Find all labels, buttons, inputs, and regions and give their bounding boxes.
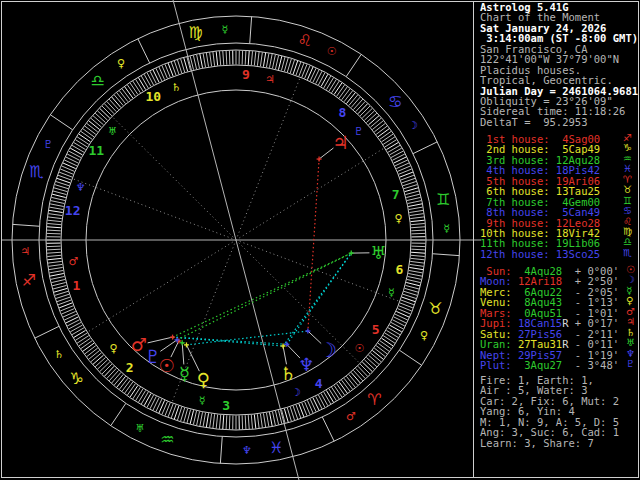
degree-tick	[272, 412, 275, 426]
degree-tick	[77, 336, 89, 344]
planet-pointer-line	[148, 337, 173, 343]
sign-boundary-line	[13, 224, 40, 226]
degree-tick	[130, 83, 138, 95]
degree-tick	[374, 123, 385, 132]
degree-tick	[51, 201, 65, 204]
degree-tick	[206, 53, 208, 67]
zodiac-sign-icon: ♈	[367, 390, 381, 409]
degree-tick	[368, 355, 379, 364]
house-ruler-icon: ☉	[354, 342, 364, 355]
degree-tick	[72, 145, 84, 152]
degree-tick	[53, 191, 67, 195]
degree-tick	[284, 58, 288, 71]
degree-tick	[184, 58, 188, 71]
degree-tick	[410, 214, 424, 216]
degree-tick	[216, 415, 217, 429]
degree-tick	[380, 131, 391, 139]
sign-boundary-line	[433, 254, 460, 256]
degree-tick	[406, 285, 420, 289]
degree-tick	[321, 74, 328, 86]
degree-tick	[117, 376, 126, 387]
sign-glyph-icon: ♌	[623, 217, 632, 227]
sign-ruler-icon: ♃	[20, 245, 30, 258]
degree-tick	[141, 76, 148, 88]
degree-tick	[200, 54, 203, 68]
degree-tick	[251, 51, 252, 65]
degree-tick	[147, 395, 154, 407]
degree-tick	[313, 70, 319, 83]
degree-tick	[219, 415, 220, 429]
degree-tick	[358, 366, 368, 376]
aspect-line	[186, 331, 307, 345]
planet-glyph-icon: ☽	[319, 338, 337, 362]
degree-tick	[112, 97, 121, 108]
degree-tick	[275, 55, 278, 69]
sign-ruler-icon: ☿	[222, 23, 229, 36]
degree-tick	[136, 79, 143, 91]
degree-tick	[353, 99, 362, 109]
degree-tick	[395, 314, 408, 320]
degree-tick	[66, 317, 79, 323]
degree-tick	[47, 255, 61, 256]
degree-tick	[386, 330, 398, 337]
degree-tick	[370, 118, 381, 127]
degree-tick	[107, 368, 117, 378]
degree-tick	[85, 126, 96, 134]
sign-boundary-line	[111, 403, 126, 425]
house-number: 12	[65, 203, 81, 218]
house-ruler-icon: ♇	[354, 125, 364, 138]
degree-tick	[360, 364, 370, 374]
degree-tick	[372, 350, 383, 359]
degree-tick	[48, 258, 62, 259]
degree-tick	[329, 389, 336, 401]
degree-tick	[394, 317, 407, 323]
aspect-line	[177, 253, 351, 340]
degree-tick	[122, 89, 130, 100]
sign-boundary-line	[399, 350, 421, 365]
degree-tick	[339, 382, 347, 393]
degree-tick	[337, 85, 345, 96]
house-ruler-icon: ♀	[109, 342, 117, 355]
degree-tick	[316, 71, 322, 83]
degree-tick	[49, 207, 63, 209]
degree-tick	[346, 93, 355, 104]
degree-tick	[316, 396, 322, 408]
degree-tick	[74, 330, 86, 337]
degree-tick	[79, 338, 91, 346]
degree-tick	[206, 413, 208, 427]
degree-tick	[385, 333, 397, 340]
planet-glyph-icon: ♄	[280, 363, 296, 384]
sign-ruler-icon: ♅	[135, 422, 145, 435]
house-cusp-line	[236, 77, 300, 240]
degree-tick	[107, 101, 117, 111]
degree-tick	[66, 157, 79, 163]
degree-tick	[95, 357, 105, 366]
degree-tick	[51, 197, 65, 200]
degree-tick	[95, 113, 105, 122]
sign-boundary-line	[346, 54, 361, 76]
degree-tick	[332, 81, 340, 93]
degree-tick	[119, 378, 128, 389]
degree-tick	[349, 374, 358, 385]
degree-tick	[47, 230, 61, 231]
degree-tick	[360, 106, 370, 116]
zodiac-sign-icon: ♎	[90, 71, 104, 90]
degree-tick	[47, 249, 61, 250]
degree-tick	[266, 413, 268, 427]
degree-tick	[364, 360, 374, 370]
house-ruler-icon: ☽	[291, 386, 301, 399]
degree-tick	[49, 270, 63, 272]
degree-tick	[67, 320, 79, 326]
degree-tick	[334, 83, 342, 95]
degree-tick	[342, 380, 350, 391]
zodiac-sign-icon: ♍	[189, 23, 203, 42]
degree-tick	[89, 121, 100, 130]
degree-tick	[342, 89, 350, 100]
degree-tick	[326, 78, 333, 90]
sign-boundary-line	[250, 17, 252, 44]
degree-tick	[125, 382, 133, 393]
degree-tick	[64, 160, 77, 166]
degree-tick	[114, 374, 123, 385]
degree-tick	[378, 129, 389, 137]
aspect-line	[308, 159, 319, 331]
